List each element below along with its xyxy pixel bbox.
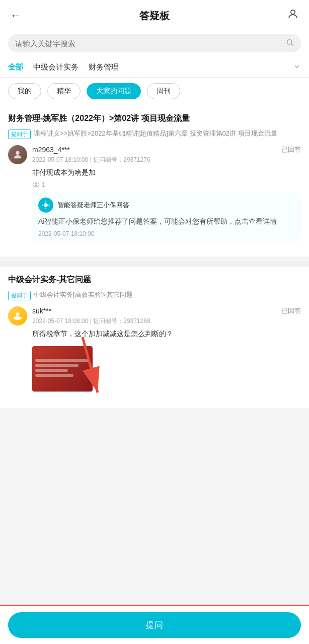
card-source-2: 提问于 中级会计实务[高效实验]>其它问题 [8,290,301,300]
ai-text-1: Ai智能正小保老师给您推荐了问题答案，可能会对您有所帮助，点击查看详情 [38,216,295,227]
source-text-1: 课程讲义>>姚军胜>2022年基础精讲[超值精品]第六章 投资管理第02讲 项目… [34,128,277,139]
thumbnail-1[interactable] [32,346,93,392]
comment-body-2: suk*** 已回答 2022-05-07 18:08:00 | 提问编号：29… [32,306,301,394]
card-title-1: 财务管理-姚军胜（2022年）>第02讲 项目现金流量 [8,112,301,124]
comment-item-1: m2963_4*** 已回答 2022-05-07 18:10:00 | 提问编… [8,145,301,242]
back-button[interactable]: ← [10,9,21,22]
comment-text-1: 非付现成本为啥是加 [32,167,301,178]
svg-line-2 [291,44,293,46]
svg-point-0 [291,10,295,14]
svg-point-5 [35,184,37,186]
search-input[interactable] [15,39,286,48]
ai-time-1: 2022-05-07 18:10:00 [38,230,295,237]
category-all[interactable]: 全部 [8,62,23,72]
section-divider [0,262,309,267]
ai-avatar-1 [38,198,53,213]
svg-point-4 [33,183,39,187]
filter-featured[interactable]: 精华 [47,83,81,99]
ask-button[interactable]: 提问 [8,612,301,638]
question-card-1: 财务管理-姚军胜（2022年）>第02讲 项目现金流量 提问于 课程讲义>>姚军… [0,105,309,256]
comment-username-1: m2963_4*** [32,146,70,154]
ai-reply-1[interactable]: 智能答疑老师正小保回答 Ai智能正小保老师给您推荐了问题答案，可能会对您有所帮助… [32,192,301,242]
svg-point-3 [16,151,19,155]
svg-point-7 [16,312,19,315]
category-intermediate[interactable]: 中级会计实务 [33,62,79,72]
source-badge-1: 提问于 [8,130,31,139]
comment-header-2: suk*** 已回答 [32,306,301,315]
comment-header-1: m2963_4*** 已回答 [32,145,301,154]
svg-rect-9 [14,317,16,319]
comment-status-1: 已回答 [281,145,301,154]
search-bar [0,29,309,58]
card-title-2: 中级会计实务-其它问题 [8,274,301,286]
thumbnail-wrap [32,342,93,392]
card-source-1: 提问于 课程讲义>>姚军胜>2022年基础精讲[超值精品]第六章 投资管理第02… [8,128,301,139]
category-finance[interactable]: 财务管理 [89,62,119,72]
view-count-value-1: 1 [42,181,45,188]
svg-rect-8 [15,316,20,320]
svg-point-6 [44,204,48,208]
comment-item-2: suk*** 已回答 2022-05-07 18:08:00 | 提问编号：29… [8,306,301,394]
ai-reply-header-1: 智能答疑老师正小保回答 [38,198,295,213]
ai-name-1: 智能答疑老师正小保回答 [57,201,129,210]
category-bar: 全部 中级会计实务 财务管理 [0,58,309,78]
header: ← 答疑板 [0,0,309,29]
comment-meta-1: 2022-05-07 18:10:00 | 提问编号：29371276 [32,156,301,164]
view-count-1: 1 [32,181,301,188]
comment-body-1: m2963_4*** 已回答 2022-05-07 18:10:00 | 提问编… [32,145,301,242]
svg-rect-10 [20,317,22,319]
avatar-2 [8,306,27,326]
user-icon[interactable] [287,8,299,23]
page-title: 答疑板 [139,9,170,23]
source-badge-2: 提问于 [8,291,31,300]
comment-text-2: 所得税章节，这个加加减减这是怎么判断的？ [32,328,301,339]
filter-bar: 我的 精华 大家的问题 周刊 [0,78,309,105]
content-area: 财务管理-姚军胜（2022年）>第02讲 项目现金流量 提问于 课程讲义>>姚军… [0,105,309,458]
comment-meta-2: 2022-05-07 18:08:00 | 提问编号：29371268 [32,317,301,326]
filter-everyone[interactable]: 大家的问题 [87,83,141,99]
question-card-2: 中级会计实务-其它问题 提问于 中级会计实务[高效实验]>其它问题 suk***… [0,267,309,408]
filter-weekly[interactable]: 周刊 [147,83,180,99]
avatar-1 [8,145,27,164]
source-text-2: 中级会计实务[高效实验]>其它问题 [34,290,133,300]
category-expand-icon[interactable] [293,62,301,72]
search-icon [286,38,294,48]
comment-username-2: suk*** [32,307,51,315]
search-input-wrap[interactable] [8,34,301,52]
bottom-bar: 提问 [0,605,309,644]
comment-status-2: 已回答 [281,306,301,315]
svg-point-1 [287,40,292,44]
filter-mine[interactable]: 我的 [8,83,41,99]
